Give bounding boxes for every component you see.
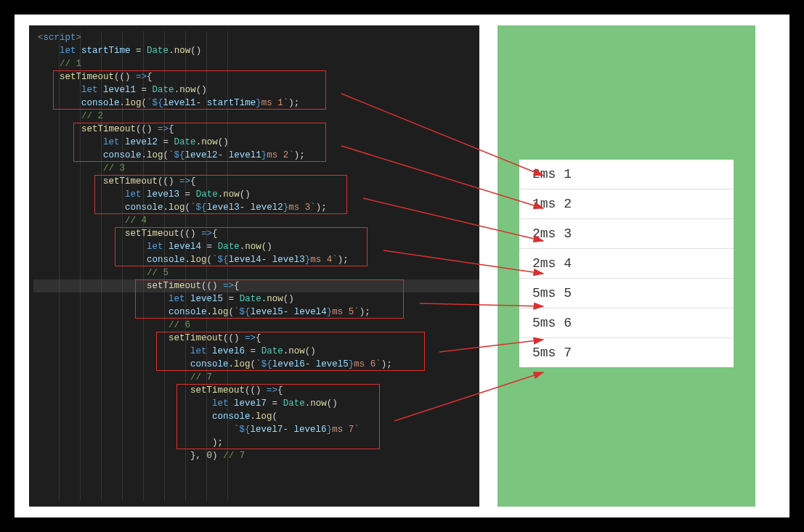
code-line: // 2 bbox=[33, 110, 479, 123]
code-line: console.log(`${level1- startTime}ms 1`); bbox=[33, 97, 479, 110]
code-line: let level6 = Date.now() bbox=[33, 345, 479, 358]
console-line: 5ms 7 bbox=[519, 338, 734, 367]
code-line: // 6 bbox=[33, 319, 479, 332]
code-line: `${level7- level6}ms 7` bbox=[33, 423, 479, 436]
code-editor-panel: <script> let startTime = Date.now() // 1… bbox=[29, 25, 479, 507]
console-line: 1ms 2 bbox=[519, 189, 734, 219]
code-line: setTimeout(() =>{ bbox=[33, 384, 479, 397]
diagram-container: <script> let startTime = Date.now() // 1… bbox=[15, 15, 789, 517]
code-line: let level3 = Date.now() bbox=[33, 188, 479, 201]
code-line: }, 0) // 7 bbox=[33, 449, 479, 462]
code-line: setTimeout(() =>{ bbox=[33, 227, 479, 240]
code-line: let level7 = Date.now() bbox=[33, 397, 479, 410]
code-line: console.log( bbox=[33, 410, 479, 423]
code-line: <script> bbox=[33, 31, 479, 44]
code-line: console.log(`${level2- level1}ms 2`); bbox=[33, 149, 479, 162]
code-line: setTimeout(() =>{ bbox=[33, 123, 479, 136]
code-line: console.log(`${level6- level5}ms 6`); bbox=[33, 358, 479, 371]
console-line: 5ms 6 bbox=[519, 308, 734, 338]
console-line: 2ms 4 bbox=[519, 249, 734, 279]
code-line: // 3 bbox=[33, 162, 479, 175]
code-line: setTimeout(() =>{ bbox=[33, 70, 479, 83]
code-line: setTimeout(() =>{ bbox=[33, 175, 479, 188]
output-panel: 2ms 11ms 22ms 32ms 45ms 55ms 65ms 7 bbox=[498, 25, 755, 507]
code-line: let level5 = Date.now() bbox=[33, 292, 479, 306]
console-line: 2ms 3 bbox=[519, 219, 734, 249]
console-output: 2ms 11ms 22ms 32ms 45ms 55ms 65ms 7 bbox=[519, 160, 734, 367]
code-line: console.log(`${level5- level4}ms 5`); bbox=[33, 306, 479, 319]
code-line: console.log(`${level4- level3}ms 4`); bbox=[33, 253, 479, 266]
code-line: // 4 bbox=[33, 214, 479, 227]
code-line: let level4 = Date.now() bbox=[33, 240, 479, 253]
code-line: let level2 = Date.now() bbox=[33, 136, 479, 149]
code-line: // 1 bbox=[33, 57, 479, 70]
code-line: let startTime = Date.now() bbox=[33, 44, 479, 57]
code-line: setTimeout(() =>{ bbox=[33, 279, 479, 292]
console-line: 2ms 1 bbox=[519, 160, 734, 189]
code-line: ); bbox=[33, 436, 479, 449]
code-line: console.log(`${level3- level2}ms 3`); bbox=[33, 201, 479, 214]
console-line: 5ms 5 bbox=[519, 279, 734, 308]
code-line: // 7 bbox=[33, 371, 479, 384]
code-line: // 5 bbox=[33, 266, 479, 279]
code-line: setTimeout(() =>{ bbox=[33, 332, 479, 345]
code-line: let level1 = Date.now() bbox=[33, 83, 479, 97]
